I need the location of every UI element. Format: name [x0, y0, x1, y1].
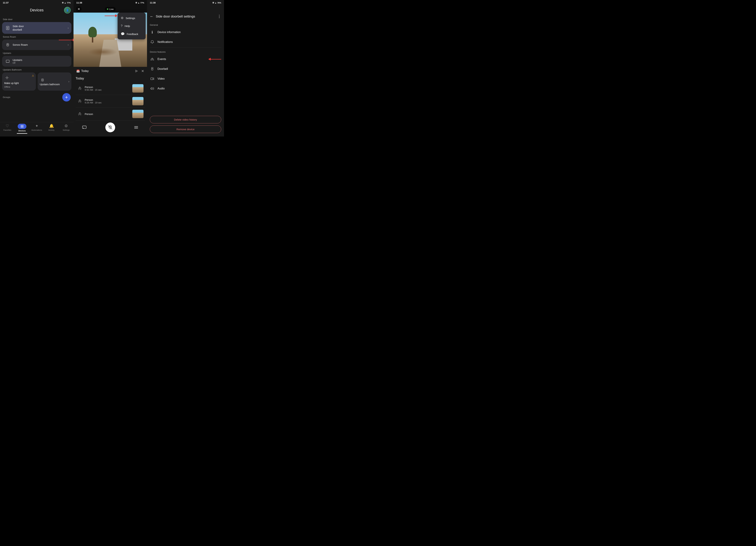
today-left: 📅 Today	[76, 69, 89, 73]
device-information-item[interactable]: ℹ Device information	[147, 27, 224, 37]
settings-header: ← Side door doorbell settings ⋮	[147, 5, 224, 22]
mute-button[interactable]	[105, 123, 115, 132]
svg-point-30	[152, 58, 153, 59]
status-bar-panel1: 11:37 ⊞ ▲ 77%	[0, 0, 73, 5]
settings-panel: 11:38 ⊞ ▲ 76% ← Side door doorbell setti…	[147, 0, 224, 137]
section-label-sonos: Sonos Roam	[3, 36, 71, 38]
svg-line-16	[78, 88, 79, 89]
svg-line-19	[78, 101, 79, 101]
nav-favorites[interactable]: ♡ Favorites	[0, 124, 15, 134]
time-panel1: 11:37	[3, 1, 9, 4]
nav-automations[interactable]: ✦ Automations	[29, 124, 44, 134]
side-door-chevron: ›	[68, 26, 69, 30]
notifications-item[interactable]: Notifications	[147, 37, 224, 47]
dropdown-settings[interactable]: ⚙ Settings	[118, 14, 146, 22]
warning-icon: ⚠	[32, 74, 34, 77]
back-button[interactable]: ←	[150, 14, 154, 19]
notifications-settings-icon	[150, 40, 155, 44]
wifi-icon: ▲	[64, 2, 66, 4]
status-bar-panel2: 11:38 ⊞ ▲ 77%	[73, 0, 147, 5]
nav-activity[interactable]: 🔔 Activity	[44, 124, 59, 134]
dropdown-feedback[interactable]: 💬 Feedback	[118, 30, 146, 38]
dropdown-settings-label: Settings	[126, 17, 135, 20]
event-item-1[interactable]: Person 9:50 AM · 15 sec	[76, 82, 145, 95]
bathroom-chevron: ›	[68, 80, 69, 83]
groups-label: Groups	[3, 96, 10, 99]
upstairs-name: Upstairs	[13, 58, 69, 62]
status-icons-panel2: ⊞ ▲ 77%	[135, 2, 144, 4]
chat-button[interactable]	[81, 124, 88, 131]
device-information-label: Device information	[157, 31, 221, 34]
person-event-icon-3	[77, 111, 83, 117]
status-icons-panel3: ⊞ ▲ 76%	[212, 2, 221, 4]
sonos-roam-info: Sonos Roam	[13, 43, 66, 47]
arrow-settings-dropdown	[105, 14, 118, 17]
person-event-icon-2	[77, 98, 83, 104]
automations-label: Automations	[31, 129, 42, 131]
delete-video-history-button[interactable]: Delete video history	[150, 116, 221, 123]
makeup-light-card[interactable]: Make up light Offline ⚠	[2, 72, 36, 91]
svg-rect-33	[151, 78, 153, 80]
notifications-settings-label: Notifications	[157, 40, 221, 44]
general-section-label: General	[147, 22, 224, 27]
events-icon	[150, 57, 155, 62]
nav-devices[interactable]: ⊞ Devices	[15, 124, 29, 134]
event-thumb-2	[132, 97, 143, 105]
upstairs-info: Upstairs Off	[13, 58, 69, 64]
svg-rect-0	[6, 26, 9, 30]
svg-rect-31	[151, 67, 153, 70]
event-item-3[interactable]: Person	[76, 108, 145, 120]
svg-point-1	[7, 27, 8, 28]
status-bar-panel3: 11:38 ⊞ ▲ 76%	[147, 0, 224, 5]
more-options-button[interactable]: ⋮	[217, 14, 221, 19]
upstairs-bathroom-card[interactable]: Upstairs bathroom ›	[38, 72, 71, 91]
svg-line-22	[78, 114, 79, 114]
filter-button[interactable]: ⫸	[135, 69, 138, 73]
devices-nav-label: Devices	[18, 130, 26, 132]
side-door-doorbell-name: Side doordoorbell	[13, 25, 66, 31]
today-label: Today	[81, 69, 89, 73]
devices-panel: 11:37 ⊞ ▲ 77% Devices 👤 Side door Side d…	[0, 0, 73, 137]
svg-rect-2	[7, 29, 8, 29]
section-label-bathroom: Upstairs Bathroom	[3, 68, 71, 71]
signal3-icon: ⊞	[212, 2, 214, 4]
devices-nav-icon: ⊞	[20, 124, 24, 128]
event-thumb-3	[132, 110, 143, 118]
makeup-light-status: Offline	[4, 86, 34, 88]
arrow-events	[208, 58, 221, 61]
automations-icon: ✦	[35, 124, 38, 128]
doorbell-icon	[5, 25, 11, 31]
event-thumb-1	[132, 84, 143, 93]
event-info-3: Person	[85, 113, 130, 115]
settings-nav-label: Settings	[63, 129, 70, 131]
today-bar: 📅 Today ⫸ ✕	[73, 67, 147, 75]
close-feed-button[interactable]: ✕	[141, 69, 144, 73]
battery-panel1: 77%	[67, 2, 71, 4]
nav-settings[interactable]: ⚙ Settings	[59, 124, 73, 134]
remove-device-button[interactable]: Remove device	[150, 125, 221, 133]
side-door-doorbell-info: Side doordoorbell	[13, 25, 66, 31]
dropdown-menu: ⚙ Settings ? Help 💬 Feedback	[118, 13, 146, 39]
doorbell-item[interactable]: Doorbell	[147, 64, 224, 74]
avatar[interactable]: 👤	[64, 7, 71, 13]
upstairs-card[interactable]: Upstairs Off	[2, 56, 71, 67]
dropdown-help[interactable]: ? Help	[118, 22, 146, 30]
menu-button[interactable]	[132, 124, 140, 131]
camera-header: ✕ Live	[73, 5, 147, 13]
audio-item[interactable]: Audio	[147, 84, 224, 93]
activity-icon: 🔔	[49, 124, 54, 128]
event-item-2[interactable]: Person 9:28 AM · 19 sec	[76, 95, 145, 108]
add-group-button[interactable]: +	[62, 93, 71, 101]
event-info-2: Person 9:28 AM · 19 sec	[85, 98, 130, 104]
section-label-upstairs: Upstairs	[3, 52, 71, 54]
event-type-1: Person	[85, 86, 130, 89]
close-camera-button[interactable]: ✕	[76, 6, 82, 12]
sonos-roam-name: Sonos Roam	[13, 43, 66, 47]
video-item[interactable]: Video	[147, 74, 224, 84]
side-door-doorbell-card[interactable]: Side doordoorbell ›	[2, 22, 71, 34]
events-item[interactable]: Events	[147, 54, 224, 64]
feed-date: Today	[76, 77, 145, 80]
feed-section: Today Person 9:50 AM · 15 sec	[73, 75, 147, 120]
favorites-icon: ♡	[6, 124, 9, 128]
svg-point-18	[79, 100, 80, 101]
